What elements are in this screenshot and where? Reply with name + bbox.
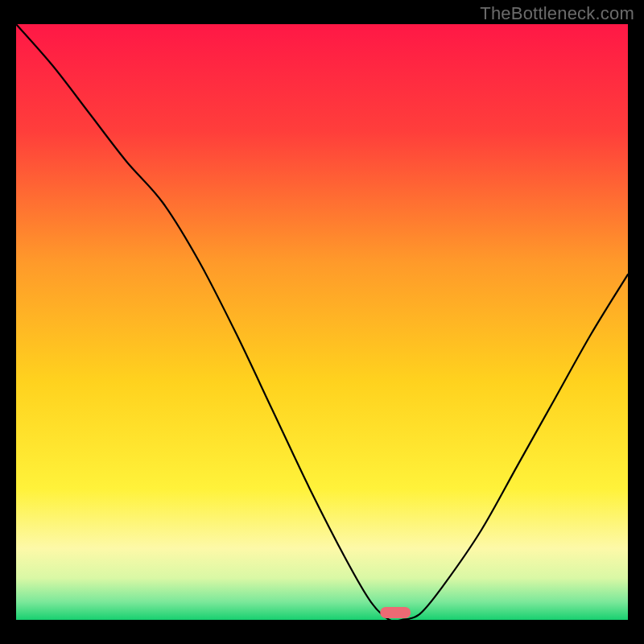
watermark-text: TheBottleneck.com	[480, 3, 634, 24]
plot-background	[16, 24, 628, 620]
bottleneck-chart	[0, 0, 644, 644]
optimal-marker	[380, 607, 411, 618]
chart-frame: TheBottleneck.com	[0, 0, 644, 644]
